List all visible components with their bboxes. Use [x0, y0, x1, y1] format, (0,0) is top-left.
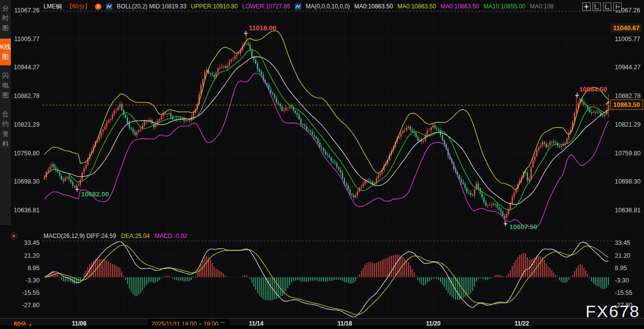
svg-text:21.20: 21.20: [24, 252, 40, 259]
macd-target-icon[interactable]: [10, 233, 17, 239]
svg-text:-15.55: -15.55: [22, 289, 40, 296]
svg-text:8.95: 8.95: [615, 265, 627, 272]
chart-toolbar: [582, 2, 622, 11]
svg-text:10944.27: 10944.27: [14, 64, 40, 71]
indicator-legend: LME铜 【60分】 ≡ BOLL(20,2) MID:10819.33 UPP…: [44, 2, 553, 10]
svg-text:10882.78: 10882.78: [14, 93, 40, 99]
circle-menu-icon[interactable]: ≡: [95, 3, 101, 10]
svg-text:21.20: 21.20: [615, 252, 630, 259]
svg-text:11005.77: 11005.77: [615, 36, 640, 43]
svg-text:11018.00: 11018.00: [249, 24, 276, 32]
boll-lower-label: LOWER:10727.85: [242, 3, 290, 10]
svg-text:10759.80: 10759.80: [14, 150, 40, 157]
ma-indicator-icon: [295, 3, 301, 10]
svg-text:10944.27: 10944.27: [615, 64, 641, 71]
svg-text:-3.30: -3.30: [26, 277, 40, 284]
svg-text:10759.80: 10759.80: [615, 150, 641, 157]
macd-main-label: MACD(26,12,9) DIFF:24.59: [44, 233, 116, 239]
watermark: FX678: [586, 302, 640, 321]
axis-shift-icon[interactable]: [613, 2, 622, 11]
symbol-name: LME铜: [44, 2, 62, 11]
price-annotations: 11018.0010682.0010607.5010884.50: [75, 24, 607, 230]
ma-value-4: MA0:108: [530, 3, 553, 10]
svg-text:8.95: 8.95: [28, 265, 40, 272]
ma-value-1: MA0:10863.50: [397, 3, 436, 10]
svg-text:10682.00: 10682.00: [81, 190, 109, 198]
ma-values: MA0:10863.50MA0:10863.50MA0:10863.50MA10…: [354, 3, 553, 10]
svg-text:10698.30: 10698.30: [14, 178, 40, 185]
macd-legend: MACD(26,12,9) DIFF:24.59 DEA:25.04 MACD:…: [44, 233, 187, 239]
svg-text:10607.50: 10607.50: [509, 223, 537, 231]
last-price-badge: 10863.50: [610, 99, 643, 110]
ma-value-0: MA0:10863.50: [354, 3, 393, 10]
pan-icon[interactable]: [582, 2, 591, 11]
macd-dea-label: DEA:25.04: [121, 233, 150, 239]
sidebar-tab-K线图[interactable]: K线图: [0, 39, 11, 65]
svg-text:10698.30: 10698.30: [615, 178, 641, 185]
svg-text:33.45: 33.45: [24, 239, 40, 246]
svg-text:33.45: 33.45: [615, 239, 630, 246]
axis-scale-right-icon[interactable]: [603, 2, 611, 11]
trading-terminal: 11067.2611067.2611005.7711005.7710944.27…: [0, 0, 644, 329]
svg-text:10821.29: 10821.29: [615, 121, 641, 128]
axis-scale-left-icon[interactable]: [593, 2, 601, 11]
boll-upper-label: UPPER:10910.80: [191, 3, 238, 10]
sidebar: 分时图K线图闪电图合约资料: [0, 0, 11, 225]
svg-text:10882.78: 10882.78: [615, 93, 641, 99]
svg-text:10821.29: 10821.29: [14, 121, 40, 128]
svg-text:10636.81: 10636.81: [14, 207, 40, 214]
svg-text:10884.50: 10884.50: [579, 86, 607, 93]
ma-value-2: MA0:10863.50: [440, 3, 479, 10]
boll-indicator-icon: [106, 3, 112, 10]
sidebar-tab-合约资料[interactable]: 合约资料: [0, 106, 11, 152]
svg-text:-3.30: -3.30: [615, 277, 629, 284]
candlestick-chart[interactable]: 11067.2611067.2611005.7711005.7710944.27…: [0, 0, 644, 329]
ma-value-3: MA10:10855.00: [484, 3, 526, 10]
session-high-badge: 11040.67: [610, 23, 642, 33]
svg-text:11005.77: 11005.77: [14, 36, 40, 43]
period-tag: 【60分】: [66, 2, 91, 11]
bottom-strip: [0, 326, 644, 329]
ma-group-label: MA(0,0,0,10,0,0): [306, 3, 350, 10]
svg-text:11067.26: 11067.26: [14, 7, 40, 14]
sidebar-tab-闪电图[interactable]: 闪电图: [0, 67, 11, 104]
candles: [44, 33, 609, 224]
svg-text:10636.81: 10636.81: [615, 207, 641, 214]
svg-text:-15.55: -15.55: [615, 289, 632, 296]
sidebar-tab-分时图[interactable]: 分时图: [0, 0, 11, 37]
macd-bar-label: MACD:-0.92: [155, 233, 187, 239]
macd-histogram: [45, 253, 608, 301]
boll-label: BOLL(20,2) MID:10819.33: [117, 3, 186, 10]
svg-text:-27.80: -27.80: [22, 302, 40, 309]
gridlines: [42, 10, 612, 317]
